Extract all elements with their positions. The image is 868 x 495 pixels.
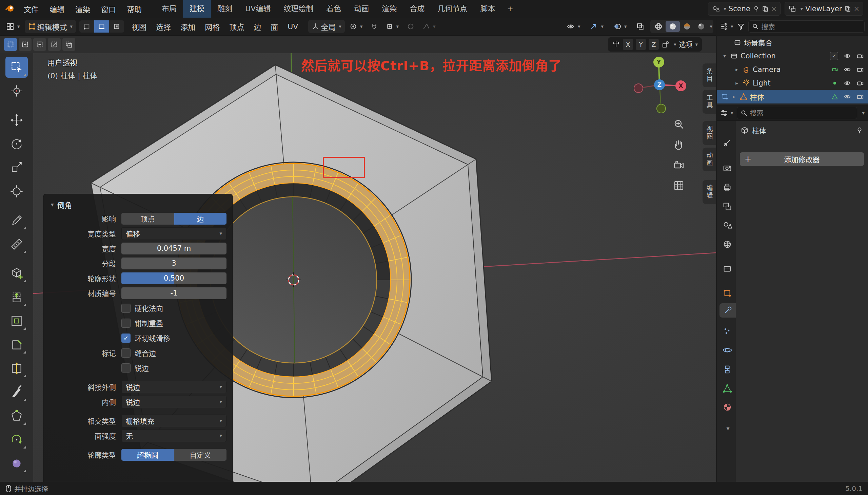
properties-search-input[interactable]: 搜索 — [737, 107, 857, 119]
menu-edge[interactable]: 边 — [250, 21, 265, 32]
tab-object-data[interactable] — [719, 381, 736, 396]
new-layer-icon[interactable] — [844, 5, 851, 12]
sidebar-tab-view[interactable]: 视图 — [703, 121, 716, 145]
profile-custom-button[interactable]: 自定义 — [174, 449, 227, 461]
sharp-row[interactable]: 锐边 — [121, 363, 149, 373]
render-visibility-icon[interactable] — [856, 93, 864, 100]
outliner-row-camera[interactable]: ▸ Camera — [717, 63, 868, 76]
pivot-dropdown[interactable]: ▾ — [346, 20, 366, 33]
tool-transform[interactable] — [5, 181, 28, 202]
hide-eye-icon[interactable] — [844, 80, 851, 87]
miter-inner-dropdown[interactable]: 锐边▾ — [121, 396, 227, 408]
workspace-tab-texture-paint[interactable]: 纹理绘制 — [277, 0, 320, 18]
tool-measure[interactable] — [5, 234, 28, 255]
outliner-row-cylinder[interactable]: ▸ 柱体 — [717, 90, 868, 103]
render-visibility-icon[interactable] — [856, 66, 864, 73]
workspace-tab-animation[interactable]: 动画 — [348, 0, 375, 18]
zoom-icon[interactable] — [673, 118, 685, 131]
breadcrumb-object-name[interactable]: 柱体 — [752, 125, 766, 135]
mode-dropdown[interactable]: 编辑模式 ▾ — [25, 20, 76, 33]
clamp-overlap-row[interactable]: 钳制重叠 — [121, 318, 163, 328]
select-set-mode-button[interactable] — [4, 38, 17, 51]
menu-edit[interactable]: 编辑 — [44, 3, 70, 14]
workspace-tab-geometry-nodes[interactable]: 几何节点 — [431, 0, 474, 18]
segments-value-field[interactable]: 3 — [121, 257, 227, 269]
camera-expand-icon[interactable]: ▸ — [734, 67, 740, 73]
tab-collection[interactable] — [719, 261, 736, 276]
width-value-field[interactable]: 0.0457 m — [121, 243, 227, 254]
workspace-tab-layout[interactable]: 布局 — [155, 0, 183, 18]
tool-rotate[interactable] — [5, 133, 28, 154]
tab-physics[interactable] — [719, 343, 736, 357]
gizmos-dropdown[interactable]: ▾ — [586, 20, 607, 33]
width-type-dropdown[interactable]: 偏移▾ — [121, 227, 227, 240]
tool-poly-build[interactable] — [5, 406, 28, 426]
pin-id-icon[interactable] — [856, 126, 863, 134]
light-data-icon[interactable] — [831, 80, 838, 86]
collection-checkbox[interactable]: ✓ — [830, 52, 838, 60]
clamp-overlap-checkbox[interactable] — [121, 319, 130, 328]
sidebar-tab-item[interactable]: 条目 — [703, 64, 716, 87]
render-visibility-icon[interactable] — [856, 80, 864, 87]
seams-row[interactable]: 缝合边 — [121, 348, 156, 358]
snap-toggle[interactable] — [367, 20, 382, 33]
tool-annotate[interactable] — [5, 210, 28, 231]
tab-modifiers[interactable] — [720, 303, 736, 318]
intersection-type-dropdown[interactable]: 栅格填充▾ — [121, 414, 227, 427]
camera-data-icon[interactable] — [831, 66, 838, 73]
tool-add-primitive[interactable] — [5, 263, 28, 284]
workspace-tab-sculpting[interactable]: 雕刻 — [211, 0, 239, 18]
pin-icon[interactable] — [753, 5, 760, 12]
workspace-tab-modeling[interactable]: 建模 — [183, 0, 211, 18]
gizmo-negx-ball[interactable] — [634, 84, 643, 92]
menu-render[interactable]: 渲染 — [70, 3, 95, 14]
over​lays-dropdown[interactable]: ▾ — [609, 20, 630, 33]
face-strength-dropdown[interactable]: 无▾ — [121, 429, 227, 442]
xray-toggle[interactable] — [633, 20, 648, 33]
material-index-field[interactable]: -1 — [121, 287, 227, 299]
select-subtract-mode-button[interactable] — [33, 38, 46, 51]
proportional-edit-toggle[interactable] — [404, 20, 418, 33]
workspace-tab-scripting[interactable]: 脚本 — [474, 0, 501, 18]
filter-icon[interactable] — [737, 22, 745, 31]
outliner-row-collection[interactable]: ▾ Collection ✓ — [717, 49, 868, 63]
shading-rendered-button[interactable] — [694, 21, 708, 32]
menu-help[interactable]: 帮助 — [121, 3, 147, 14]
sidebar-tab-edit[interactable]: 编辑 — [703, 180, 716, 204]
outliner-row-scene-collection[interactable]: 场景集合 — [717, 36, 868, 49]
miter-outer-dropdown[interactable]: 锐边▾ — [121, 381, 227, 393]
outliner-search-input[interactable]: 搜索 — [748, 20, 865, 33]
camera-view-icon[interactable] — [673, 159, 685, 171]
options-dropdown[interactable]: 选项 ▾ — [679, 39, 698, 49]
mirror-y-toggle[interactable]: Y — [636, 39, 646, 50]
affect-edges-button[interactable]: 边 — [174, 213, 227, 225]
mesh-data-icon[interactable] — [831, 93, 838, 100]
harden-normals-row[interactable]: 硬化法向 — [121, 303, 163, 313]
select-intersect-mode-button[interactable] — [63, 38, 75, 51]
profile-superellipse-button[interactable]: 超椭圆 — [121, 449, 174, 461]
affect-vertices-button[interactable]: 顶点 — [121, 213, 174, 225]
menu-uv[interactable]: UV — [283, 22, 302, 31]
viewport-3d[interactable]: 用户透视 (0) 柱体 | 柱体 然后就可以按Ctrl+B，拉开距离添加倒角了 … — [0, 36, 716, 482]
bevel-panel-header[interactable]: ▾ 倒角 — [50, 198, 227, 211]
tool-bevel[interactable] — [5, 334, 28, 355]
menu-face[interactable]: 面 — [266, 21, 282, 32]
viewlayer-name[interactable]: ViewLayer — [805, 5, 842, 13]
tool-knife[interactable] — [5, 382, 28, 403]
gizmo-negy-ball[interactable] — [657, 104, 666, 113]
workspace-tab-compositing[interactable]: 合成 — [403, 0, 431, 18]
menu-view[interactable]: 视图 — [127, 21, 150, 32]
orientation-dropdown[interactable]: 全局 ▾ — [308, 20, 345, 33]
render-visibility-icon[interactable] — [856, 52, 864, 60]
add-workspace-button[interactable]: + — [501, 0, 518, 18]
tab-particles[interactable] — [719, 324, 736, 338]
properties-editor-type-button[interactable]: ▾ — [720, 109, 733, 117]
tab-scene[interactable] — [719, 218, 736, 233]
loop-slide-checkbox[interactable]: ✓ — [121, 334, 130, 343]
shading-solid-button[interactable] — [666, 21, 680, 32]
tool-spin[interactable] — [5, 429, 28, 450]
tab-object[interactable] — [719, 286, 736, 300]
blender-logo-icon[interactable] — [5, 3, 15, 15]
menu-mesh[interactable]: 网格 — [201, 21, 224, 32]
tool-move[interactable] — [5, 109, 28, 131]
